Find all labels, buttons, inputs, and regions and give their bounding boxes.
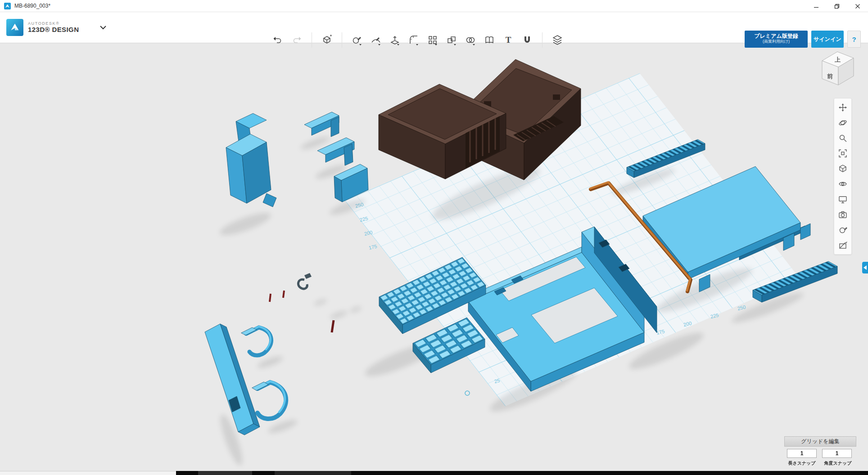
panel-expand-arrow[interactable] (862, 262, 868, 273)
angle-snap-label: 角度スナップ (819, 460, 856, 466)
section-view-icon (838, 241, 847, 250)
viewport-canvas[interactable]: 250 225 200 175 25 50 75 100 125 150 175… (0, 43, 868, 471)
material-icon (838, 225, 847, 234)
model-clip-bracket[interactable] (304, 112, 339, 137)
eye-icon (838, 179, 847, 188)
app-toolbar: AUTODESK® 123D® DESIGN (0, 12, 868, 43)
taskbar-segment[interactable] (275, 471, 351, 475)
edit-grid-button[interactable]: グリッドを編集 (784, 436, 856, 447)
title-bar: MB-6890_003* (0, 0, 868, 12)
app-logo[interactable] (6, 19, 23, 36)
close-icon (855, 4, 860, 9)
taskbar-sliver[interactable] (0, 471, 868, 475)
fit-view-button[interactable] (834, 146, 851, 161)
arrow-left-icon (863, 265, 867, 270)
angle-snap-input[interactable] (822, 449, 852, 458)
grid-axis-label: 200 (364, 229, 373, 237)
pan-icon (838, 103, 847, 112)
grid-axis-label: 175 (368, 243, 378, 251)
app-window: MB-6890_003* AUTO (0, 0, 868, 475)
orbit-icon (838, 118, 847, 127)
material-button[interactable] (834, 222, 851, 238)
fit-view-icon (838, 149, 847, 158)
model-side-rail[interactable] (205, 324, 260, 435)
app-icon (4, 3, 11, 9)
minimize-icon (814, 4, 819, 9)
face[interactable] (331, 117, 339, 137)
brand-text: AUTODESK® 123D® DESIGN (28, 22, 79, 33)
logo-glyph-icon (9, 21, 21, 34)
orbit-button[interactable] (834, 115, 851, 130)
display-settings-button[interactable] (834, 192, 851, 207)
face[interactable] (800, 224, 810, 240)
face[interactable] (334, 176, 342, 202)
grid-origin-anchor[interactable] (465, 391, 470, 395)
length-snap-input[interactable] (787, 449, 817, 458)
hide-show-button[interactable] (834, 176, 851, 192)
model-hook-bracket[interactable] (252, 381, 286, 419)
model-small-pins[interactable] (270, 291, 334, 332)
view-cube-top-label: 上 (835, 56, 841, 63)
navigation-toolbar (834, 98, 852, 255)
model-small-clip[interactable] (298, 273, 312, 289)
view-cube-icon (838, 164, 847, 173)
premium-button-line1: プレミアム版登録 (745, 33, 808, 39)
close-button[interactable] (847, 0, 868, 12)
section-view-button[interactable] (834, 238, 851, 253)
brand-product: 123D® DESIGN (28, 26, 79, 34)
face[interactable] (263, 193, 276, 207)
app-menu-chevron-icon[interactable] (99, 25, 107, 30)
taskbar-segment[interactable] (0, 471, 176, 475)
minimize-button[interactable] (806, 0, 827, 12)
display-settings-icon (838, 195, 847, 204)
face[interactable] (553, 94, 560, 100)
camera-icon (838, 210, 847, 219)
window-title: MB-6890_003* (14, 3, 50, 9)
restore-icon (834, 4, 840, 9)
view-cube-front-label: 前 (827, 73, 833, 80)
model-side-bracket[interactable] (226, 113, 276, 207)
length-snap-label: 長さスナップ (783, 460, 820, 466)
restore-button[interactable] (827, 0, 847, 12)
taskbar-segment[interactable] (198, 471, 252, 475)
view-cube[interactable]: 上 前 (814, 44, 861, 89)
face[interactable] (344, 144, 353, 166)
screenshot-button[interactable] (834, 207, 851, 222)
model-hook-bracket[interactable] (241, 327, 271, 355)
zoom-button[interactable] (834, 130, 851, 146)
standard-views-button[interactable] (834, 161, 851, 176)
pan-button[interactable] (834, 100, 851, 115)
brand-block: AUTODESK® 123D® DESIGN (6, 19, 107, 36)
zoom-icon (838, 134, 847, 143)
